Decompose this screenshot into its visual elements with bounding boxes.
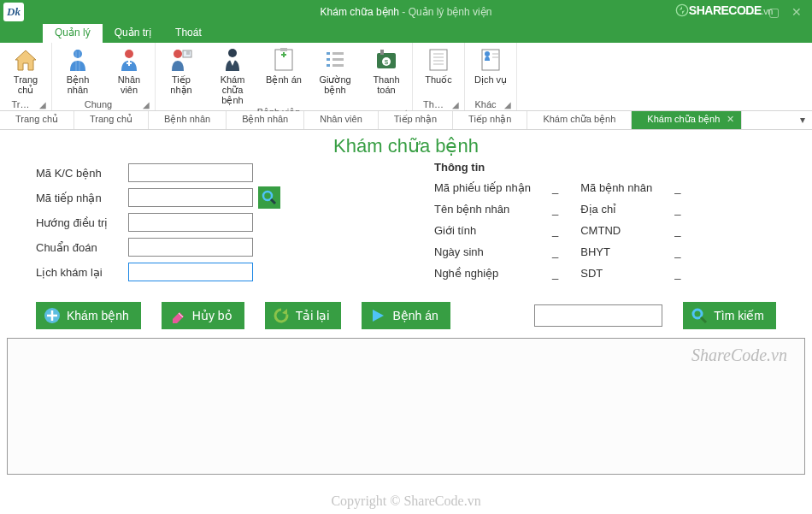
form-label: Mã K/C bệnh [36,167,128,180]
ribbon-item-staff[interactable]: Nhân viên [103,44,155,99]
doc-tab-8[interactable]: Khám chữa bệnh✕ [632,111,742,129]
ribbon-item-doctor[interactable]: Khám chữa bệnh [207,44,258,107]
info-label: Ngày sinh [434,245,552,258]
dialog-launcher-icon[interactable]: ◢ [38,100,48,109]
dialog-launcher-icon[interactable]: ◢ [141,100,151,109]
ribbon-group-0: Trang chủTr…◢ [0,43,52,110]
svg-rect-9 [280,48,287,51]
dialog-launcher-icon[interactable]: ◢ [450,100,461,109]
reload-button[interactable]: Tải lại [265,302,342,329]
info-row: SDT_ [580,263,680,284]
close-button[interactable]: ✕ [791,5,802,19]
lookup-button[interactable] [258,186,280,209]
svg-point-2 [125,50,133,58]
form-input-1[interactable] [128,188,253,207]
ribbon-item-patient[interactable]: Bệnh nhân [52,44,103,99]
menu-tab-1[interactable]: Quản trị [103,24,163,43]
svg-text:$: $ [385,58,389,66]
info-row: Mã bệnh nhân_ [580,177,680,198]
reception-icon [168,46,195,74]
exam-button[interactable]: Khám bệnh [36,302,141,329]
svg-point-24 [485,51,490,56]
ribbon-item-record[interactable]: Bệnh án [258,44,309,107]
form-input-0[interactable] [128,163,253,182]
record-icon [270,46,297,74]
reload-icon [272,306,291,325]
info-row: Địa chỉ_ [580,198,680,220]
ribbon-item-label: Giường bệnh [315,74,356,95]
left-form: Mã K/C bệnhMã tiếp nhậnHướng điều trịChu… [5,162,280,287]
doc-tab-1[interactable]: Trang chủ [74,111,149,129]
doc-tab-6[interactable]: Tiếp nhận [453,111,527,129]
form-label: Mã tiếp nhận [36,192,128,204]
svg-rect-15 [332,52,344,55]
app-logo: Dk [3,3,24,21]
titlebar: Dk Khám chữa bệnh - Quản lý bệnh viện SH… [0,0,812,24]
info-value: _ [552,267,558,280]
ribbon-item-label: Khám chữa bệnh [212,74,253,105]
ribbon-group-label: Tr… [3,99,38,109]
plus-circle-icon [43,306,62,325]
info-value: _ [552,224,558,237]
ribbon-item-label: Trang chủ [5,74,46,95]
info-value: _ [552,181,558,194]
form-input-4[interactable] [128,263,253,281]
doc-tab-3[interactable]: Bệnh nhân [227,111,304,129]
doc-tab-7[interactable]: Khám chữa bệnh [527,111,632,129]
ribbon: Trang chủTr…◢Bệnh nhânNhân viênChung◢Tiế… [0,43,812,111]
menu-tab-2[interactable]: Thoát [163,24,214,43]
search-button[interactable]: Tìm kiếm [683,302,776,329]
info-value: _ [674,267,680,280]
form-row-1: Mã tiếp nhận [36,187,280,208]
ribbon-item-label: Tiếp nhận [161,74,202,95]
ribbon-item-home[interactable]: Trang chủ [0,44,51,99]
doc-tab-5[interactable]: Tiếp nhận [379,111,453,129]
sharecode-watermark-logo: SHARECODE.vn [675,3,773,17]
form-row-0: Mã K/C bệnh [36,162,280,183]
record-button[interactable]: Bệnh án [362,302,450,329]
form-row-3: Chuẩn đoán [36,237,280,257]
tab-overflow-dropdown[interactable]: ▾ [793,111,812,129]
info-col-left: Mã phiếu tiếp nhận_Tên bệnh nhân_Giới tí… [434,177,558,284]
close-tab-icon[interactable]: ✕ [727,114,734,124]
ribbon-item-bed-list[interactable]: Giường bệnh [309,44,361,107]
form-label: Lịch khám lại [36,266,128,279]
info-value: _ [674,181,680,194]
ribbon-item-label: Bệnh nhân [57,74,98,95]
doc-tab-2[interactable]: Bệnh nhân [149,111,227,129]
form-input-2[interactable] [128,213,253,232]
ribbon-item-reception[interactable]: Tiếp nhận [156,44,207,107]
medicine-icon [425,46,452,74]
doc-tab-0[interactable]: Trang chủ [0,111,74,129]
doc-tab-4[interactable]: Nhân viên [304,111,379,129]
svg-rect-14 [327,64,330,67]
dialog-launcher-icon[interactable]: ◢ [503,100,513,109]
data-grid[interactable]: ShareCode.vn [7,338,805,475]
eraser-icon [168,306,187,325]
search-icon [690,306,709,325]
ribbon-group-label: Khác [468,99,503,109]
search-input[interactable] [534,304,662,327]
svg-rect-13 [327,58,330,61]
svg-point-5 [174,50,182,58]
svg-rect-19 [380,50,384,55]
ribbon-item-payment[interactable]: $Thanh toán [361,44,412,107]
form-input-3[interactable] [128,238,253,257]
button-bar: Khám bệnh Hủy bỏ Tải lại Bệnh án Tìm kiế… [5,287,807,334]
info-label: Địa chỉ [580,203,674,216]
info-title: Thông tin [434,161,680,174]
ribbon-item-medicine[interactable]: Thuốc [413,44,464,99]
svg-point-25 [263,192,272,200]
menu-tabs: Quản lýQuản trịThoát [0,24,812,43]
ribbon-item-service[interactable]: Dịch vụ [465,44,516,99]
info-row: Tên bệnh nhân_ [434,198,558,220]
cancel-button[interactable]: Hủy bỏ [162,302,244,329]
form-label: Hướng điều trị [36,216,128,229]
svg-rect-4 [128,61,130,66]
ribbon-item-label: Nhân viên [109,74,150,95]
menu-tab-0[interactable]: Quản lý [43,24,103,43]
home-icon [12,46,39,74]
info-row: Giới tính_ [434,220,558,241]
info-label: Tên bệnh nhân [434,203,552,216]
document-tabs: Trang chủTrang chủBệnh nhânBệnh nhânNhân… [0,111,812,130]
